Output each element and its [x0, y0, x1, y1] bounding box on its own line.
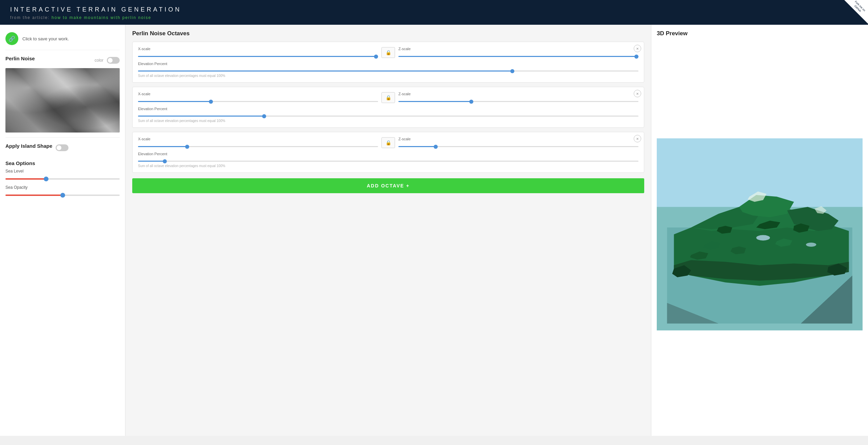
octave-2-lock[interactable]: 🔒 — [381, 92, 395, 103]
octave-1-zscale-label: Z-scale — [398, 47, 638, 51]
octave-2-zscale-slider[interactable] — [398, 101, 638, 102]
perlin-noise-preview — [5, 68, 120, 133]
sea-level-label: Sea Level — [5, 169, 120, 174]
octave-close-2[interactable]: × — [634, 90, 641, 97]
octave-1-xscale-label: X-scale — [138, 47, 378, 51]
apply-island-row: Apply Island Shape — [5, 137, 120, 157]
octave-3-xscale-slider[interactable] — [138, 146, 378, 147]
apply-island-label: Apply Island Shape — [5, 143, 52, 149]
octave-1-zscale: Z-scale — [398, 47, 638, 58]
sea-level-container: Sea Level — [5, 169, 120, 181]
octave-3-lock[interactable]: 🔒 — [381, 137, 395, 148]
octave-2-elev-slider[interactable] — [138, 116, 638, 117]
octave-1-xscale-slider[interactable] — [138, 56, 378, 57]
sea-options-section: Sea Options Sea Level Sea Opacity — [5, 157, 120, 197]
app-header: INTERACTIVE TERRAIN GENERATION from the … — [0, 0, 868, 25]
perlin-noise-title: Perlin Noise — [5, 56, 35, 61]
svg-point-16 — [806, 243, 816, 247]
octave-card-1: × X-scale 🔒 Z-scale Elevation Percent Su… — [132, 42, 644, 83]
octave-3-xscale-label: X-scale — [138, 137, 378, 141]
sea-options-title: Sea Options — [5, 160, 120, 166]
octave-close-3[interactable]: × — [634, 135, 641, 142]
octave-1-elev: Elevation Percent Sum of all octave elev… — [138, 62, 638, 78]
article-link[interactable]: how to make mountains with perlin noise — [52, 15, 151, 20]
octave-3-elev-label: Elevation Percent — [138, 152, 638, 156]
save-icon[interactable]: 🔗 — [5, 32, 18, 45]
octave-1-scale-row: X-scale 🔒 Z-scale — [138, 47, 638, 58]
sea-opacity-slider[interactable] — [5, 195, 120, 196]
subtitle-prefix: from the article: — [10, 15, 50, 20]
octave-card-2: × X-scale 🔒 Z-scale Elevation Percent Su… — [132, 87, 644, 128]
save-row: 🔗 Click to save your work. — [5, 30, 120, 50]
octave-3-zscale: Z-scale — [398, 137, 638, 148]
octave-card-3: × X-scale 🔒 Z-scale Elevation Percent Su… — [132, 132, 644, 173]
octave-2-xscale-label: X-scale — [138, 92, 378, 96]
perlin-noise-header: Perlin Noise color — [5, 56, 120, 65]
preview-title: 3D Preview — [657, 30, 863, 37]
octave-2-elev-hint: Sum of all octave elevation percentages … — [138, 119, 638, 123]
octave-3-zscale-slider[interactable] — [398, 146, 638, 147]
color-toggle[interactable] — [107, 57, 120, 64]
octave-2-zscale: Z-scale — [398, 92, 638, 103]
sea-level-slider[interactable] — [5, 178, 120, 180]
github-corner[interactable]: Fork me on GitHub — [844, 0, 868, 24]
octave-1-lock[interactable]: 🔒 — [381, 47, 395, 58]
svg-point-15 — [756, 235, 770, 241]
octave-2-scale-row: X-scale 🔒 Z-scale — [138, 92, 638, 103]
octave-3-scale-row: X-scale 🔒 Z-scale — [138, 137, 638, 148]
color-label: color — [95, 58, 103, 63]
right-panel: 3D Preview — [651, 25, 868, 436]
octave-3-xscale: X-scale — [138, 137, 378, 148]
octave-1-zscale-slider[interactable] — [398, 56, 638, 57]
octave-close-1[interactable]: × — [634, 45, 641, 52]
octave-1-xscale: X-scale — [138, 47, 378, 58]
main-layout: 🔗 Click to save your work. Perlin Noise … — [0, 25, 868, 436]
add-octave-button[interactable]: ADD OCTAVE + — [132, 178, 644, 193]
terrain-preview — [657, 41, 863, 428]
subtitle: from the article: how to make mountains … — [10, 15, 858, 20]
octave-2-elev: Elevation Percent Sum of all octave elev… — [138, 107, 638, 123]
octaves-title: Perlin Noise Octaves — [132, 30, 644, 37]
octave-3-elev: Elevation Percent Sum of all octave elev… — [138, 152, 638, 168]
octave-1-elev-hint: Sum of all octave elevation percentages … — [138, 74, 638, 78]
save-text: Click to save your work. — [22, 36, 69, 41]
octave-3-elev-slider[interactable] — [138, 161, 638, 162]
octave-3-zscale-label: Z-scale — [398, 137, 638, 141]
app-title: INTERACTIVE TERRAIN GENERATION — [10, 6, 858, 13]
middle-panel: Perlin Noise Octaves × X-scale 🔒 Z-scale… — [125, 25, 651, 436]
octave-3-elev-hint: Sum of all octave elevation percentages … — [138, 164, 638, 168]
perlin-canvas — [5, 68, 120, 133]
terrain-svg — [657, 41, 863, 428]
color-toggle-row: color — [95, 57, 120, 64]
octave-1-elev-label: Elevation Percent — [138, 62, 638, 66]
left-panel: 🔗 Click to save your work. Perlin Noise … — [0, 25, 125, 436]
octave-2-zscale-label: Z-scale — [398, 92, 638, 96]
sea-opacity-container: Sea Opacity — [5, 185, 120, 197]
sea-opacity-label: Sea Opacity — [5, 185, 120, 190]
octave-2-xscale-slider[interactable] — [138, 101, 378, 102]
octave-2-xscale: X-scale — [138, 92, 378, 103]
island-shape-toggle[interactable] — [56, 144, 68, 151]
octave-2-elev-label: Elevation Percent — [138, 107, 638, 111]
octave-1-elev-slider[interactable] — [138, 70, 638, 72]
